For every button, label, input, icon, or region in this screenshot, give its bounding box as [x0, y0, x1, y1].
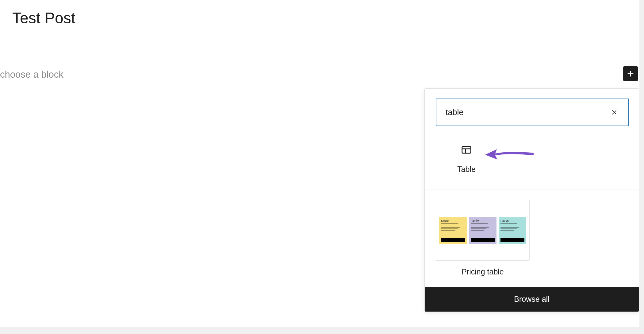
clear-search-button[interactable] — [609, 107, 619, 117]
pricing-tier-card: Patron — [499, 217, 526, 244]
search-wrapper — [425, 89, 639, 135]
block-search-input[interactable] — [446, 108, 609, 117]
pricing-tier-card: Family — [469, 217, 496, 244]
table-icon — [461, 144, 472, 156]
browse-all-button[interactable]: Browse all — [425, 287, 639, 312]
post-title[interactable]: Test Post — [12, 9, 75, 27]
pricing-tier-name: Single — [441, 219, 465, 222]
close-icon — [611, 109, 618, 116]
block-inserter-popover: Table Single Family — [424, 88, 639, 312]
bottom-strip — [0, 327, 644, 334]
svg-rect-0 — [462, 146, 471, 153]
block-results: Table — [425, 135, 639, 189]
pattern-result-label: Pricing table — [462, 267, 504, 276]
add-block-button[interactable] — [623, 66, 638, 81]
pricing-tier-name: Patron — [500, 219, 524, 222]
pricing-tier-name: Family — [471, 219, 495, 222]
pattern-result-pricing-table[interactable]: Single Family — [436, 200, 530, 276]
block-placeholder-text[interactable]: choose a block — [0, 69, 63, 80]
search-field — [436, 99, 629, 126]
plus-icon — [626, 69, 635, 78]
block-result-table[interactable]: Table — [436, 141, 497, 177]
right-gutter — [639, 0, 644, 334]
pattern-preview: Single Family — [436, 200, 530, 261]
pattern-results: Single Family — [425, 189, 639, 287]
block-result-label: Table — [457, 165, 476, 174]
pricing-tier-card: Single — [439, 217, 467, 244]
